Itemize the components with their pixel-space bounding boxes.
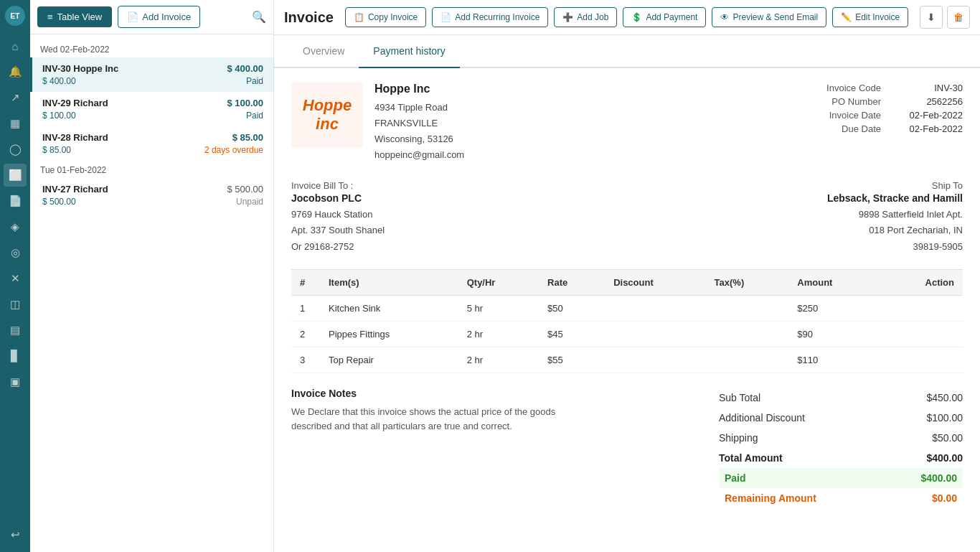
paid-label: Paid — [725, 472, 746, 484]
invoice-amount-bottom-inv29: $ 100.00 — [42, 111, 76, 121]
notes-text: We Declare that this invoice shows the a… — [291, 405, 593, 435]
ship-to-label: Ship To — [827, 180, 963, 191]
item-name-2: Pippes Fittings — [320, 321, 458, 347]
share-icon[interactable]: ↩ — [4, 523, 27, 546]
person-icon[interactable]: ◯ — [4, 138, 27, 161]
shipping-label: Shipping — [719, 432, 758, 444]
preview-icon: 👁 — [720, 12, 729, 22]
add-invoice-label: Add Invoice — [142, 11, 191, 22]
invoice-item-inv27[interactable]: INV-27 Richard $ 500.00 $ 500.00 Unpaid — [30, 178, 273, 212]
invoice-date-label: Invoice Date — [829, 110, 881, 121]
item-action-3 — [881, 347, 963, 373]
invoice-body: Hoppeinc Hoppe Inc 4934 Tipple Road FRAN… — [274, 68, 980, 523]
remaining-value: $0.00 — [932, 492, 957, 504]
item-qty-3: 2 hr — [458, 347, 539, 373]
download-icon: ⬇ — [927, 11, 936, 23]
add-invoice-icon: 📄 — [127, 11, 138, 22]
line-item-3: 3 Top Repair 2 hr $55 $110 — [291, 347, 963, 373]
users-icon[interactable]: ◎ — [4, 241, 27, 264]
item-num-2: 2 — [291, 321, 320, 347]
due-date-value: 02-Feb-2022 — [898, 123, 963, 134]
item-discount-1 — [605, 295, 705, 321]
tabs: Overview Payment history — [274, 35, 980, 68]
additional-discount-label: Additional Discount — [719, 412, 805, 424]
preview-send-email-button[interactable]: 👁 Preview & Send Email — [712, 7, 826, 27]
company-name: Hoppe Inc — [374, 83, 464, 95]
invoice-name-inv28: INV-28 Richard — [42, 132, 108, 143]
add-payment-button[interactable]: 💲 Add Payment — [623, 7, 706, 27]
add-job-button[interactable]: ➕ Add Job — [554, 7, 617, 27]
item-amount-3: $110 — [788, 347, 881, 373]
invoice-code-label: Invoice Code — [826, 83, 881, 93]
item-tax-3 — [706, 347, 789, 373]
item-amount-1: $250 — [788, 295, 881, 321]
arrow-up-icon[interactable]: ↗ — [4, 86, 27, 109]
search-button[interactable]: 🔍 — [252, 10, 266, 24]
invoice-header-section: Hoppeinc Hoppe Inc 4934 Tipple Road FRAN… — [291, 83, 963, 163]
edit-invoice-button[interactable]: ✏️ Edit Invoice — [832, 7, 908, 27]
invoice-status-inv28: 2 days overdue — [204, 145, 263, 155]
edit-icon: ✏️ — [841, 12, 852, 22]
col-item: Item(s) — [320, 269, 458, 295]
shipping-row: Shipping $50.00 — [719, 428, 963, 448]
subtotal-row: Sub Total $450.00 — [719, 388, 963, 408]
total-amount-row: Total Amount $400.00 — [719, 448, 963, 468]
delete-button[interactable]: 🗑 — [947, 6, 970, 29]
ship-to-name: Lebsack, Stracke and Hamill — [827, 192, 963, 204]
report-icon[interactable]: ▣ — [4, 370, 27, 393]
item-num-3: 3 — [291, 347, 320, 373]
company-logo-text: Hoppeinc — [303, 96, 352, 134]
invoice-item-inv30[interactable]: INV-30 Hoppe Inc $ 400.00 $ 400.00 Paid — [30, 57, 273, 92]
tools-icon[interactable]: ✕ — [4, 267, 27, 290]
item-action-2 — [881, 321, 963, 347]
item-amount-2: $90 — [788, 321, 881, 347]
briefcase-icon[interactable]: ⬜ — [4, 164, 27, 187]
company-info: Hoppe Inc 4934 Tipple Road FRANKSVILLE W… — [374, 83, 464, 163]
table-view-button[interactable]: ≡ Table View — [37, 6, 112, 27]
remaining-label: Remaining Amount — [725, 492, 816, 504]
bell-icon[interactable]: 🔔 — [4, 60, 27, 83]
additional-discount-row: Additional Discount $100.00 — [719, 408, 963, 428]
invoice-name-inv30: INV-30 Hoppe Inc — [42, 63, 118, 74]
document-icon[interactable]: 📄 — [4, 190, 27, 212]
copy-invoice-button[interactable]: 📋 Copy Invoice — [345, 7, 426, 27]
bill-to-address: 9769 Hauck Station Apt. 337 South Shanel… — [291, 207, 827, 254]
download-button[interactable]: ⬇ — [920, 6, 943, 29]
invoice-amount-top-inv27: $ 500.00 — [227, 184, 263, 195]
tab-overview[interactable]: Overview — [288, 35, 359, 68]
invoice-amount-bottom-inv30: $ 400.00 — [42, 76, 76, 86]
tab-payment-history[interactable]: Payment history — [359, 35, 459, 68]
item-qty-1: 5 hr — [458, 295, 539, 321]
bar-chart-icon[interactable]: ▊ — [4, 345, 27, 368]
invoice-status-inv30: Paid — [246, 76, 263, 86]
invoice-item-inv28[interactable]: INV-28 Richard $ 85.00 $ 85.00 2 days ov… — [30, 126, 273, 161]
invoice-list: Wed 02-Feb-2022 INV-30 Hoppe Inc $ 400.0… — [30, 34, 273, 552]
item-name-1: Kitchen Sink — [320, 295, 458, 321]
line-item-1: 1 Kitchen Sink 5 hr $50 $250 — [291, 295, 963, 321]
list-icon[interactable]: ▤ — [4, 319, 27, 342]
add-invoice-button[interactable]: 📄 Add Invoice — [118, 6, 200, 28]
item-discount-2 — [605, 321, 705, 347]
ship-to-address: 9898 Satterfield Inlet Apt. 018 Port Zec… — [827, 207, 963, 254]
analytics-icon[interactable]: ◫ — [4, 293, 27, 316]
invoice-content: Hoppeinc Hoppe Inc 4934 Tipple Road FRAN… — [274, 68, 980, 552]
home-icon[interactable]: ⌂ — [4, 34, 27, 57]
total-amount-label: Total Amount — [719, 452, 783, 464]
add-recurring-invoice-button[interactable]: 📄 Add Recurring Invoice — [432, 7, 548, 27]
tag-icon[interactable]: ◈ — [4, 215, 27, 238]
left-toolbar: ≡ Table View 📄 Add Invoice 🔍 — [30, 0, 273, 34]
col-action: Action — [881, 269, 963, 295]
item-discount-3 — [605, 347, 705, 373]
invoice-amount-bottom-inv27: $ 500.00 — [42, 197, 76, 207]
po-number-value: 2562256 — [898, 96, 963, 107]
invoice-item-inv29[interactable]: INV-29 Richard $ 100.00 $ 100.00 Paid — [30, 92, 273, 126]
bill-to-label: Invoice Bill To : — [291, 180, 827, 191]
recurring-icon: 📄 — [440, 12, 451, 22]
col-discount: Discount — [605, 269, 705, 295]
col-qty: Qty/Hr — [458, 269, 539, 295]
invoice-status-inv27: Unpaid — [236, 197, 263, 207]
line-item-2: 2 Pippes Fittings 2 hr $45 $90 — [291, 321, 963, 347]
invoice-amount-top-inv29: $ 100.00 — [227, 98, 263, 108]
calendar-icon[interactable]: ▦ — [4, 112, 27, 135]
items-table: # Item(s) Qty/Hr Rate Discount Tax(%) Am… — [291, 269, 963, 373]
